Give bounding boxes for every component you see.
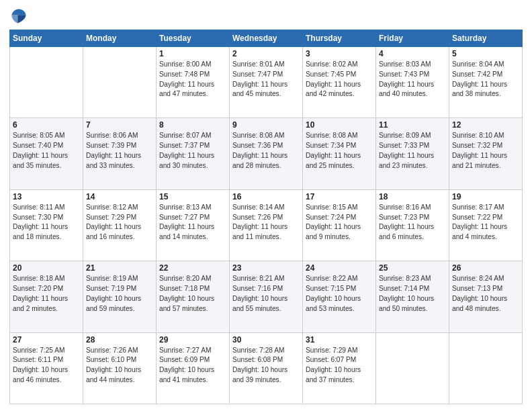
- day-info: Sunrise: 8:07 AMSunset: 7:37 PMDaylight:…: [159, 131, 226, 171]
- weekday-header-thursday: Thursday: [303, 30, 376, 47]
- day-number: 17: [306, 192, 373, 201]
- day-cell-16: 16Sunrise: 8:14 AMSunset: 7:26 PMDayligh…: [230, 189, 303, 261]
- day-info: Sunrise: 8:01 AMSunset: 7:47 PMDaylight:…: [232, 60, 300, 99]
- empty-cell: [449, 332, 523, 404]
- day-number: 30: [232, 335, 300, 345]
- day-number: 10: [306, 120, 373, 130]
- day-cell-1: 1Sunrise: 8:00 AMSunset: 7:48 PMDaylight…: [157, 47, 230, 118]
- week-row-2: 6Sunrise: 8:05 AMSunset: 7:40 PMDaylight…: [10, 118, 523, 189]
- weekday-header-row: SundayMondayTuesdayWednesdayThursdayFrid…: [10, 30, 523, 47]
- day-cell-17: 17Sunrise: 8:15 AMSunset: 7:24 PMDayligh…: [303, 189, 376, 261]
- day-number: 26: [452, 263, 519, 273]
- day-cell-10: 10Sunrise: 8:08 AMSunset: 7:34 PMDayligh…: [303, 118, 376, 189]
- weekday-header-wednesday: Wednesday: [230, 30, 303, 47]
- day-number: 9: [232, 120, 300, 130]
- day-number: 16: [232, 192, 300, 201]
- day-info: Sunrise: 8:05 AMSunset: 7:40 PMDaylight:…: [13, 131, 80, 171]
- day-number: 23: [232, 263, 300, 273]
- weekday-header-saturday: Saturday: [449, 30, 523, 47]
- day-info: Sunrise: 8:17 AMSunset: 7:22 PMDaylight:…: [452, 203, 519, 242]
- day-info: Sunrise: 8:23 AMSunset: 7:14 PMDaylight:…: [379, 274, 446, 314]
- weekday-header-tuesday: Tuesday: [157, 30, 230, 47]
- weekday-header-sunday: Sunday: [10, 30, 83, 47]
- day-cell-11: 11Sunrise: 8:09 AMSunset: 7:33 PMDayligh…: [376, 118, 449, 189]
- calendar: SundayMondayTuesdayWednesdayThursdayFrid…: [9, 30, 523, 404]
- week-row-3: 13Sunrise: 8:11 AMSunset: 7:30 PMDayligh…: [10, 189, 523, 261]
- day-info: Sunrise: 8:03 AMSunset: 7:43 PMDaylight:…: [379, 60, 446, 99]
- day-number: 11: [379, 120, 446, 130]
- empty-cell: [376, 332, 449, 404]
- day-number: 25: [379, 263, 446, 273]
- day-info: Sunrise: 8:20 AMSunset: 7:18 PMDaylight:…: [159, 274, 226, 314]
- weekday-header-monday: Monday: [83, 30, 157, 47]
- day-number: 20: [13, 263, 80, 273]
- day-cell-7: 7Sunrise: 8:06 AMSunset: 7:39 PMDaylight…: [83, 118, 157, 189]
- day-info: Sunrise: 8:04 AMSunset: 7:42 PMDaylight:…: [452, 60, 519, 99]
- day-info: Sunrise: 8:15 AMSunset: 7:24 PMDaylight:…: [306, 203, 373, 242]
- day-number: 18: [379, 192, 446, 201]
- day-info: Sunrise: 7:28 AMSunset: 6:08 PMDaylight:…: [232, 346, 300, 385]
- day-info: Sunrise: 8:09 AMSunset: 7:33 PMDaylight:…: [379, 131, 446, 171]
- day-cell-2: 2Sunrise: 8:01 AMSunset: 7:47 PMDaylight…: [230, 47, 303, 118]
- day-cell-23: 23Sunrise: 8:21 AMSunset: 7:16 PMDayligh…: [230, 261, 303, 332]
- day-number: 21: [86, 263, 153, 273]
- day-cell-29: 29Sunrise: 7:27 AMSunset: 6:09 PMDayligh…: [157, 332, 230, 404]
- day-cell-31: 31Sunrise: 7:29 AMSunset: 6:07 PMDayligh…: [303, 332, 376, 404]
- day-cell-3: 3Sunrise: 8:02 AMSunset: 7:45 PMDaylight…: [303, 47, 376, 118]
- empty-cell: [83, 47, 157, 118]
- day-number: 7: [86, 120, 153, 130]
- day-info: Sunrise: 7:25 AMSunset: 6:11 PMDaylight:…: [13, 346, 80, 385]
- day-info: Sunrise: 8:06 AMSunset: 7:39 PMDaylight:…: [86, 131, 153, 171]
- day-cell-18: 18Sunrise: 8:16 AMSunset: 7:23 PMDayligh…: [376, 189, 449, 261]
- day-cell-25: 25Sunrise: 8:23 AMSunset: 7:14 PMDayligh…: [376, 261, 449, 332]
- day-info: Sunrise: 8:13 AMSunset: 7:27 PMDaylight:…: [159, 203, 226, 242]
- day-number: 6: [13, 120, 80, 130]
- week-row-4: 20Sunrise: 8:18 AMSunset: 7:20 PMDayligh…: [10, 261, 523, 332]
- day-info: Sunrise: 8:18 AMSunset: 7:20 PMDaylight:…: [13, 274, 80, 314]
- day-number: 14: [86, 192, 153, 201]
- week-row-1: 1Sunrise: 8:00 AMSunset: 7:48 PMDaylight…: [10, 47, 523, 118]
- day-number: 4: [379, 49, 446, 58]
- day-number: 19: [452, 192, 519, 201]
- day-number: 5: [452, 49, 519, 58]
- day-info: Sunrise: 8:24 AMSunset: 7:13 PMDaylight:…: [452, 274, 519, 314]
- day-cell-30: 30Sunrise: 7:28 AMSunset: 6:08 PMDayligh…: [230, 332, 303, 404]
- weekday-header-friday: Friday: [376, 30, 449, 47]
- day-info: Sunrise: 8:00 AMSunset: 7:48 PMDaylight:…: [159, 60, 226, 99]
- day-cell-13: 13Sunrise: 8:11 AMSunset: 7:30 PMDayligh…: [10, 189, 83, 261]
- day-cell-26: 26Sunrise: 8:24 AMSunset: 7:13 PMDayligh…: [449, 261, 523, 332]
- day-info: Sunrise: 8:16 AMSunset: 7:23 PMDaylight:…: [379, 203, 446, 242]
- day-number: 2: [232, 49, 300, 58]
- day-info: Sunrise: 8:22 AMSunset: 7:15 PMDaylight:…: [306, 274, 373, 314]
- day-cell-19: 19Sunrise: 8:17 AMSunset: 7:22 PMDayligh…: [449, 189, 523, 261]
- day-number: 31: [306, 335, 373, 345]
- day-info: Sunrise: 8:14 AMSunset: 7:26 PMDaylight:…: [232, 203, 300, 242]
- day-number: 24: [306, 263, 373, 273]
- day-cell-4: 4Sunrise: 8:03 AMSunset: 7:43 PMDaylight…: [376, 47, 449, 118]
- day-info: Sunrise: 8:11 AMSunset: 7:30 PMDaylight:…: [13, 203, 80, 242]
- header: [9, 7, 523, 26]
- day-info: Sunrise: 7:26 AMSunset: 6:10 PMDaylight:…: [86, 346, 153, 385]
- day-number: 12: [452, 120, 519, 130]
- day-cell-24: 24Sunrise: 8:22 AMSunset: 7:15 PMDayligh…: [303, 261, 376, 332]
- week-row-5: 27Sunrise: 7:25 AMSunset: 6:11 PMDayligh…: [10, 332, 523, 404]
- day-number: 28: [86, 335, 153, 345]
- empty-cell: [10, 47, 83, 118]
- logo: [9, 7, 31, 26]
- day-cell-14: 14Sunrise: 8:12 AMSunset: 7:29 PMDayligh…: [83, 189, 157, 261]
- day-info: Sunrise: 8:02 AMSunset: 7:45 PMDaylight:…: [306, 60, 373, 99]
- day-number: 13: [13, 192, 80, 201]
- day-info: Sunrise: 7:29 AMSunset: 6:07 PMDaylight:…: [306, 346, 373, 385]
- day-info: Sunrise: 8:10 AMSunset: 7:32 PMDaylight:…: [452, 131, 519, 171]
- day-number: 29: [159, 335, 226, 345]
- day-cell-20: 20Sunrise: 8:18 AMSunset: 7:20 PMDayligh…: [10, 261, 83, 332]
- day-number: 8: [159, 120, 226, 130]
- day-cell-28: 28Sunrise: 7:26 AMSunset: 6:10 PMDayligh…: [83, 332, 157, 404]
- day-number: 3: [306, 49, 373, 58]
- day-cell-15: 15Sunrise: 8:13 AMSunset: 7:27 PMDayligh…: [157, 189, 230, 261]
- day-number: 22: [159, 263, 226, 273]
- day-info: Sunrise: 8:08 AMSunset: 7:34 PMDaylight:…: [306, 131, 373, 171]
- day-cell-27: 27Sunrise: 7:25 AMSunset: 6:11 PMDayligh…: [10, 332, 83, 404]
- day-info: Sunrise: 8:19 AMSunset: 7:19 PMDaylight:…: [86, 274, 153, 314]
- day-number: 27: [13, 335, 80, 345]
